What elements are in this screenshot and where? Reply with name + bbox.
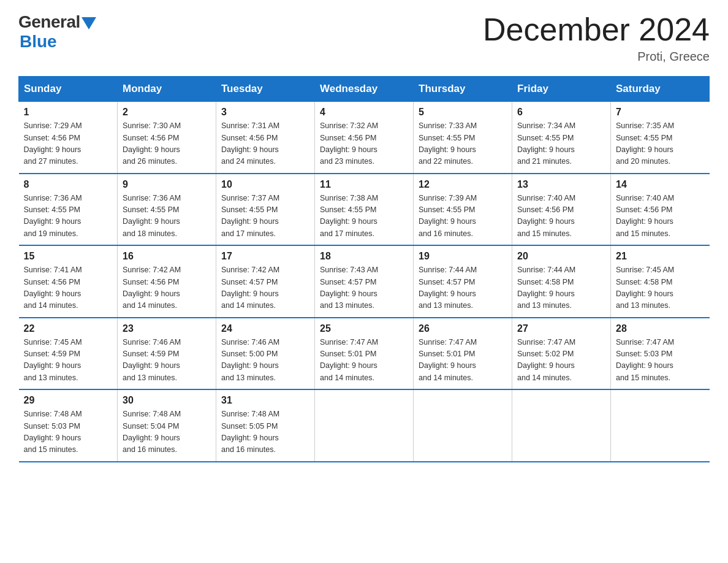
day-info: Sunrise: 7:42 AM Sunset: 4:57 PM Dayligh… [221, 264, 309, 312]
day-info: Sunrise: 7:44 AM Sunset: 4:58 PM Dayligh… [517, 264, 605, 312]
day-number: 26 [419, 323, 507, 334]
calendar-cell: 14 Sunrise: 7:40 AM Sunset: 4:56 PM Dayl… [611, 174, 710, 246]
calendar-cell: 8 Sunrise: 7:36 AM Sunset: 4:55 PM Dayli… [19, 174, 118, 246]
day-number: 23 [123, 323, 211, 334]
calendar-cell: 30 Sunrise: 7:48 AM Sunset: 5:04 PM Dayl… [118, 389, 216, 462]
calendar-cell: 18 Sunrise: 7:43 AM Sunset: 4:57 PM Dayl… [315, 245, 414, 318]
day-number: 27 [517, 323, 605, 334]
day-info: Sunrise: 7:44 AM Sunset: 4:57 PM Dayligh… [419, 264, 507, 312]
calendar-cell: 28 Sunrise: 7:47 AM Sunset: 5:03 PM Dayl… [611, 318, 710, 390]
day-number: 13 [517, 179, 605, 190]
day-info: Sunrise: 7:48 AM Sunset: 5:05 PM Dayligh… [221, 408, 309, 456]
day-info: Sunrise: 7:29 AM Sunset: 4:56 PM Dayligh… [24, 120, 113, 168]
calendar-cell: 31 Sunrise: 7:48 AM Sunset: 5:05 PM Dayl… [216, 389, 315, 462]
title-section: December 2024 Proti, Greece [483, 12, 710, 64]
location: Proti, Greece [483, 50, 710, 64]
logo: General Blue [18, 12, 96, 52]
calendar-cell: 10 Sunrise: 7:37 AM Sunset: 4:55 PM Dayl… [216, 174, 315, 246]
day-info: Sunrise: 7:40 AM Sunset: 4:56 PM Dayligh… [616, 193, 705, 240]
day-number: 11 [320, 179, 408, 190]
calendar-table: SundayMondayTuesdayWednesdayThursdayFrid… [18, 76, 710, 462]
header-saturday: Saturday [611, 77, 710, 102]
logo-general-text: General [18, 12, 80, 32]
header-friday: Friday [512, 77, 611, 102]
day-info: Sunrise: 7:30 AM Sunset: 4:56 PM Dayligh… [123, 120, 211, 168]
day-info: Sunrise: 7:38 AM Sunset: 4:55 PM Dayligh… [320, 193, 408, 240]
day-info: Sunrise: 7:40 AM Sunset: 4:56 PM Dayligh… [517, 193, 605, 240]
day-number: 16 [123, 251, 211, 262]
calendar-cell [315, 389, 414, 462]
day-info: Sunrise: 7:36 AM Sunset: 4:55 PM Dayligh… [123, 193, 211, 240]
calendar-cell: 6 Sunrise: 7:34 AM Sunset: 4:55 PM Dayli… [512, 102, 611, 174]
day-number: 31 [221, 395, 309, 406]
calendar-header-row: SundayMondayTuesdayWednesdayThursdayFrid… [19, 77, 710, 102]
calendar-cell: 12 Sunrise: 7:39 AM Sunset: 4:55 PM Dayl… [414, 174, 512, 246]
day-number: 24 [221, 323, 309, 334]
calendar-cell: 24 Sunrise: 7:46 AM Sunset: 5:00 PM Dayl… [216, 318, 315, 390]
calendar-cell: 13 Sunrise: 7:40 AM Sunset: 4:56 PM Dayl… [512, 174, 611, 246]
day-info: Sunrise: 7:35 AM Sunset: 4:55 PM Dayligh… [616, 120, 705, 168]
calendar-cell [414, 389, 512, 462]
day-info: Sunrise: 7:32 AM Sunset: 4:56 PM Dayligh… [320, 120, 408, 168]
logo-blue-text: Blue [20, 32, 57, 52]
day-number: 6 [517, 107, 605, 118]
day-info: Sunrise: 7:33 AM Sunset: 4:55 PM Dayligh… [419, 120, 507, 168]
day-number: 25 [320, 323, 408, 334]
calendar-cell: 19 Sunrise: 7:44 AM Sunset: 4:57 PM Dayl… [414, 245, 512, 318]
day-number: 22 [24, 323, 113, 334]
day-number: 1 [24, 107, 113, 118]
day-number: 17 [221, 251, 309, 262]
day-info: Sunrise: 7:39 AM Sunset: 4:55 PM Dayligh… [419, 193, 507, 240]
calendar-cell: 20 Sunrise: 7:44 AM Sunset: 4:58 PM Dayl… [512, 245, 611, 318]
day-number: 12 [419, 179, 507, 190]
day-number: 28 [616, 323, 705, 334]
calendar-cell [512, 389, 611, 462]
header-thursday: Thursday [414, 77, 512, 102]
calendar-cell: 11 Sunrise: 7:38 AM Sunset: 4:55 PM Dayl… [315, 174, 414, 246]
day-number: 18 [320, 251, 408, 262]
week-row-5: 29 Sunrise: 7:48 AM Sunset: 5:03 PM Dayl… [19, 389, 710, 462]
calendar-cell: 15 Sunrise: 7:41 AM Sunset: 4:56 PM Dayl… [19, 245, 118, 318]
calendar-cell: 25 Sunrise: 7:47 AM Sunset: 5:01 PM Dayl… [315, 318, 414, 390]
calendar-cell: 27 Sunrise: 7:47 AM Sunset: 5:02 PM Dayl… [512, 318, 611, 390]
day-info: Sunrise: 7:42 AM Sunset: 4:56 PM Dayligh… [123, 264, 211, 312]
calendar-cell: 7 Sunrise: 7:35 AM Sunset: 4:55 PM Dayli… [611, 102, 710, 174]
calendar-cell: 5 Sunrise: 7:33 AM Sunset: 4:55 PM Dayli… [414, 102, 512, 174]
day-number: 3 [221, 107, 309, 118]
week-row-4: 22 Sunrise: 7:45 AM Sunset: 4:59 PM Dayl… [19, 318, 710, 390]
day-number: 30 [123, 395, 211, 406]
day-info: Sunrise: 7:34 AM Sunset: 4:55 PM Dayligh… [517, 120, 605, 168]
calendar-cell: 4 Sunrise: 7:32 AM Sunset: 4:56 PM Dayli… [315, 102, 414, 174]
calendar-cell: 29 Sunrise: 7:48 AM Sunset: 5:03 PM Dayl… [19, 389, 118, 462]
header-wednesday: Wednesday [315, 77, 414, 102]
day-number: 20 [517, 251, 605, 262]
day-info: Sunrise: 7:48 AM Sunset: 5:03 PM Dayligh… [24, 408, 113, 456]
day-number: 7 [616, 107, 705, 118]
page-header: General Blue December 2024 Proti, Greece [18, 12, 710, 64]
day-info: Sunrise: 7:47 AM Sunset: 5:01 PM Dayligh… [320, 337, 408, 385]
day-number: 2 [123, 107, 211, 118]
calendar-cell: 26 Sunrise: 7:47 AM Sunset: 5:01 PM Dayl… [414, 318, 512, 390]
day-info: Sunrise: 7:41 AM Sunset: 4:56 PM Dayligh… [24, 264, 113, 312]
header-sunday: Sunday [19, 77, 118, 102]
month-title: December 2024 [483, 12, 710, 47]
header-monday: Monday [118, 77, 216, 102]
logo-triangle-icon [82, 17, 96, 29]
day-number: 8 [24, 179, 113, 190]
day-info: Sunrise: 7:31 AM Sunset: 4:56 PM Dayligh… [221, 120, 309, 168]
day-number: 29 [24, 395, 113, 406]
week-row-2: 8 Sunrise: 7:36 AM Sunset: 4:55 PM Dayli… [19, 174, 710, 246]
calendar-cell: 17 Sunrise: 7:42 AM Sunset: 4:57 PM Dayl… [216, 245, 315, 318]
calendar-cell: 2 Sunrise: 7:30 AM Sunset: 4:56 PM Dayli… [118, 102, 216, 174]
day-info: Sunrise: 7:47 AM Sunset: 5:03 PM Dayligh… [616, 337, 705, 385]
calendar-cell: 1 Sunrise: 7:29 AM Sunset: 4:56 PM Dayli… [19, 102, 118, 174]
day-number: 9 [123, 179, 211, 190]
calendar-cell: 9 Sunrise: 7:36 AM Sunset: 4:55 PM Dayli… [118, 174, 216, 246]
calendar-cell: 23 Sunrise: 7:46 AM Sunset: 4:59 PM Dayl… [118, 318, 216, 390]
day-info: Sunrise: 7:45 AM Sunset: 4:58 PM Dayligh… [616, 264, 705, 312]
calendar-cell: 21 Sunrise: 7:45 AM Sunset: 4:58 PM Dayl… [611, 245, 710, 318]
day-number: 15 [24, 251, 113, 262]
day-info: Sunrise: 7:37 AM Sunset: 4:55 PM Dayligh… [221, 193, 309, 240]
calendar-cell: 3 Sunrise: 7:31 AM Sunset: 4:56 PM Dayli… [216, 102, 315, 174]
calendar-cell [611, 389, 710, 462]
